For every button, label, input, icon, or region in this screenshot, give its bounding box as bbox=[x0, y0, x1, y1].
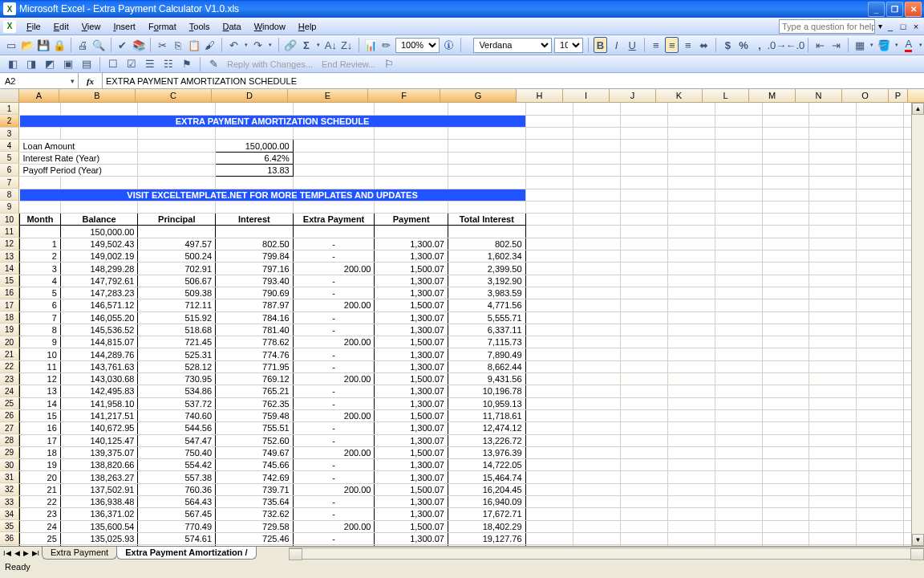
borders-dropdown[interactable]: ▾ bbox=[869, 37, 875, 53]
decrease-indent-button[interactable]: ⇤ bbox=[813, 37, 827, 53]
row-header-19[interactable]: 19 bbox=[0, 324, 19, 336]
font-color-dropdown[interactable]: ▾ bbox=[918, 37, 924, 53]
row-header-8[interactable]: 8 bbox=[0, 189, 19, 201]
vertical-scrollbar[interactable]: ▲ ▼ bbox=[911, 103, 924, 546]
scroll-down-button[interactable]: ▼ bbox=[912, 534, 924, 546]
rev-btn-8[interactable]: ☰ bbox=[142, 56, 158, 72]
borders-button[interactable]: ▦ bbox=[853, 37, 867, 53]
row-header-13[interactable]: 13 bbox=[0, 250, 19, 263]
row-header-18[interactable]: 18 bbox=[0, 311, 19, 324]
bold-button[interactable]: B bbox=[594, 37, 607, 53]
tab-last-button[interactable]: ▶I bbox=[31, 549, 41, 557]
align-right-button[interactable]: ≡ bbox=[681, 37, 695, 53]
sheet-tab-extra-payment-amortization[interactable]: Extra Payment Amortization / bbox=[116, 547, 256, 560]
col-header-C[interactable]: C bbox=[136, 89, 212, 102]
sort-desc-button[interactable]: Z↓ bbox=[340, 37, 354, 53]
menu-insert[interactable]: Insert bbox=[107, 20, 141, 33]
row-header-30[interactable]: 30 bbox=[0, 459, 19, 471]
help-input[interactable] bbox=[779, 19, 875, 34]
fx-button[interactable]: fx bbox=[79, 73, 103, 88]
row-header-17[interactable]: 17 bbox=[0, 299, 19, 311]
col-header-D[interactable]: D bbox=[212, 89, 288, 102]
italic-button[interactable]: I bbox=[610, 37, 623, 53]
maximize-button[interactable]: ❐ bbox=[886, 2, 903, 17]
col-header-G[interactable]: G bbox=[440, 89, 517, 102]
formula-input[interactable]: EXTRA PAYMENT AMORTIZATION SCHEDULE bbox=[103, 73, 924, 88]
row-header-31[interactable]: 31 bbox=[0, 471, 19, 483]
close-button[interactable]: ✕ bbox=[905, 2, 922, 17]
menu-window[interactable]: Window bbox=[249, 20, 291, 33]
row-header-20[interactable]: 20 bbox=[0, 336, 19, 348]
save-button[interactable]: 💾 bbox=[37, 37, 51, 53]
col-header-E[interactable]: E bbox=[288, 89, 368, 102]
fill-color-button[interactable]: 🪣 bbox=[877, 37, 891, 53]
name-box[interactable]: A2 bbox=[0, 73, 79, 88]
col-header-I[interactable]: I bbox=[563, 89, 610, 102]
tab-prev-button[interactable]: ◀ bbox=[14, 549, 21, 557]
row-header-32[interactable]: 32 bbox=[0, 483, 19, 495]
drawing-button[interactable]: ✏ bbox=[379, 37, 393, 53]
row-header-5[interactable]: 5 bbox=[0, 152, 19, 164]
paste-button[interactable]: 📋 bbox=[188, 37, 201, 53]
rev-btn-6[interactable]: ☐ bbox=[105, 56, 121, 72]
copy-button[interactable]: ⎘ bbox=[172, 37, 185, 53]
align-left-button[interactable]: ≡ bbox=[650, 37, 663, 53]
col-header-P[interactable]: P bbox=[889, 89, 908, 102]
font-color-button[interactable]: A bbox=[902, 37, 915, 53]
row-header-26[interactable]: 26 bbox=[0, 409, 19, 421]
spelling-button[interactable]: ✔ bbox=[116, 37, 130, 53]
format-painter-button[interactable]: 🖌 bbox=[203, 37, 217, 53]
increase-decimal-button[interactable]: .0→ bbox=[768, 37, 784, 53]
rev-btn-4[interactable]: ▣ bbox=[60, 56, 76, 72]
horizontal-scrollbar[interactable] bbox=[289, 547, 924, 560]
menu-restore-button[interactable]: ▾ bbox=[878, 22, 882, 31]
menu-data[interactable]: Data bbox=[217, 20, 246, 33]
row-header-11[interactable]: 11 bbox=[0, 226, 19, 238]
col-header-F[interactable]: F bbox=[368, 89, 440, 102]
menu-max-button[interactable]: □ bbox=[898, 22, 908, 31]
scroll-up-button[interactable]: ▲ bbox=[912, 103, 924, 115]
row-header-29[interactable]: 29 bbox=[0, 446, 19, 458]
col-header-N[interactable]: N bbox=[796, 89, 842, 102]
row-header-23[interactable]: 23 bbox=[0, 373, 19, 385]
row-header-22[interactable]: 22 bbox=[0, 360, 19, 372]
sort-asc-button[interactable]: A↓ bbox=[324, 37, 338, 53]
fill-dropdown[interactable]: ▾ bbox=[894, 37, 900, 53]
minimize-button[interactable]: _ bbox=[868, 2, 885, 17]
underline-button[interactable]: U bbox=[626, 37, 639, 53]
open-button[interactable]: 📂 bbox=[21, 37, 34, 53]
row-header-34[interactable]: 34 bbox=[0, 508, 19, 520]
rev-btn-3[interactable]: ◩ bbox=[42, 56, 58, 72]
row-header-15[interactable]: 15 bbox=[0, 275, 19, 287]
row-header-12[interactable]: 12 bbox=[0, 238, 19, 250]
row-header-36[interactable]: 36 bbox=[0, 532, 19, 544]
menu-tools[interactable]: Tools bbox=[184, 20, 216, 33]
row-header-4[interactable]: 4 bbox=[0, 140, 19, 152]
row-header-28[interactable]: 28 bbox=[0, 434, 19, 446]
undo-dropdown[interactable]: ▾ bbox=[243, 37, 249, 53]
merge-center-button[interactable]: ⬌ bbox=[697, 37, 711, 53]
row-header-33[interactable]: 33 bbox=[0, 496, 19, 508]
decrease-decimal-button[interactable]: ←.0 bbox=[787, 37, 803, 53]
row-header-1[interactable]: 1 bbox=[0, 103, 19, 115]
cut-button[interactable]: ✂ bbox=[156, 37, 169, 53]
menu-view[interactable]: View bbox=[76, 20, 107, 33]
rev-btn-7[interactable]: ☑ bbox=[124, 56, 140, 72]
menu-format[interactable]: Format bbox=[143, 20, 182, 33]
rev-btn-5[interactable]: ▤ bbox=[79, 56, 95, 72]
font-name-select[interactable]: Verdana bbox=[473, 38, 552, 53]
align-center-button[interactable]: ≡ bbox=[665, 37, 679, 53]
font-size-select[interactable]: 10 bbox=[554, 38, 583, 53]
col-header-K[interactable]: K bbox=[656, 89, 703, 102]
comma-button[interactable]: , bbox=[753, 37, 767, 53]
row-header-7[interactable]: 7 bbox=[0, 177, 19, 189]
row-header-10[interactable]: 10 bbox=[0, 214, 19, 226]
row-header-6[interactable]: 6 bbox=[0, 164, 19, 176]
row-header-37[interactable]: 37 bbox=[0, 545, 19, 546]
rev-btn-10[interactable]: ⚑ bbox=[179, 56, 195, 72]
row-header-3[interactable]: 3 bbox=[0, 128, 19, 140]
menu-close-button[interactable]: × bbox=[911, 22, 921, 31]
row-header-27[interactable]: 27 bbox=[0, 422, 19, 434]
percent-button[interactable]: % bbox=[737, 37, 751, 53]
rev-btn-12[interactable]: ⚐ bbox=[381, 56, 397, 72]
